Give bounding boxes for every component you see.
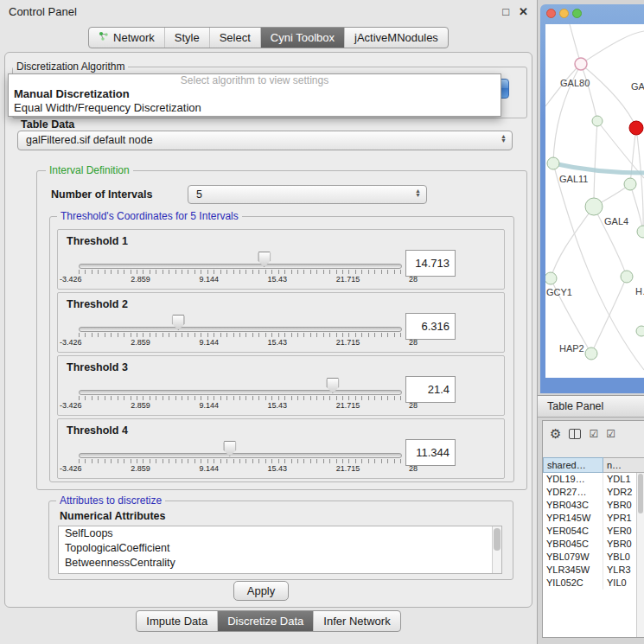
tab-label: jActiveMNodules bbox=[354, 31, 438, 44]
tab-cyni-toolbox[interactable]: Cyni Toolbox bbox=[260, 28, 344, 48]
number-of-intervals-label: Number of Intervals bbox=[51, 188, 152, 201]
slider-ticks bbox=[79, 459, 402, 463]
table-panel-titlebar: Table Panel bbox=[538, 395, 644, 418]
number-of-intervals-combobox[interactable]: 5 ▲▼ bbox=[188, 185, 427, 204]
tab-select[interactable]: Select bbox=[209, 28, 260, 48]
tab-label: Infer Network bbox=[323, 615, 390, 628]
network-node[interactable] bbox=[636, 326, 644, 336]
network-node[interactable] bbox=[585, 348, 597, 360]
tab-infer-network[interactable]: Infer Network bbox=[313, 611, 399, 631]
slider-thumb[interactable] bbox=[258, 252, 271, 267]
highlighted-edge[interactable] bbox=[553, 163, 644, 173]
network-node[interactable] bbox=[624, 178, 636, 190]
combo-spinner-icon: ▲▼ bbox=[415, 188, 421, 197]
network-canvas[interactable]: GAL80 GA… GAL11 GAL4 GCY1 H… HAP2 bbox=[545, 24, 644, 378]
tick-label: 9.144 bbox=[199, 275, 219, 284]
checkbox-icon[interactable]: ☑ bbox=[589, 428, 598, 440]
network-nodes[interactable] bbox=[545, 116, 644, 360]
mac-minimize-button[interactable] bbox=[559, 9, 569, 18]
network-node[interactable] bbox=[545, 272, 557, 284]
table-cell: YER054C bbox=[543, 525, 603, 538]
table-panel-window: ⚙ ☑ ☑ shared… n… YDL19…YDL1YDR27…YDR2YBR… bbox=[542, 420, 644, 638]
network-node[interactable] bbox=[592, 116, 603, 126]
tick-label: -3.426 bbox=[60, 338, 82, 347]
table-row[interactable]: YBR045CYBR0 bbox=[543, 538, 644, 551]
tick-label: 2.859 bbox=[131, 464, 150, 473]
scrollbar-thumb[interactable] bbox=[494, 528, 501, 551]
table-row[interactable]: YDR27…YDR2 bbox=[543, 486, 644, 499]
threshold-value-field[interactable]: 6.316 bbox=[405, 313, 456, 340]
tick-label: 21.715 bbox=[336, 464, 360, 473]
control-panel-window: Control Panel □ ✕ Network Style bbox=[0, 0, 538, 644]
mac-close-button[interactable] bbox=[546, 9, 556, 18]
algorithm-option-manual[interactable]: Manual Discretization bbox=[9, 87, 501, 101]
network-node[interactable] bbox=[547, 157, 559, 169]
table-row[interactable]: YPR145WYPR1 bbox=[543, 512, 644, 525]
slider-thumb[interactable] bbox=[223, 441, 236, 456]
tab-discretize-data[interactable]: Discretize Data bbox=[217, 611, 313, 631]
numerical-attributes-list[interactable]: SelfLoopsTopologicalCoefficientBetweenne… bbox=[58, 526, 502, 574]
attribute-item[interactable]: BetweennessCentrality bbox=[59, 556, 501, 571]
node-label: GA… bbox=[631, 81, 644, 92]
table-panel-title: Table Panel bbox=[547, 400, 603, 412]
table-row[interactable]: YBR043CYBR0 bbox=[543, 499, 644, 512]
attribute-item[interactable]: SelfLoops bbox=[59, 526, 501, 541]
tab-network[interactable]: Network bbox=[89, 28, 164, 48]
table-row[interactable]: YLR345WYLR3 bbox=[543, 564, 644, 577]
columns-icon[interactable] bbox=[569, 429, 581, 439]
table-cell: YDR27… bbox=[543, 486, 603, 499]
table-data-combobox[interactable]: galFiltered.sif default node ▲▼ bbox=[17, 131, 513, 150]
table-row[interactable]: YIL052CYIL0 bbox=[543, 577, 644, 590]
table-data-value: galFiltered.sif default node bbox=[18, 131, 512, 150]
list-scrollbar[interactable] bbox=[492, 526, 501, 573]
tab-jactivemnodules[interactable]: jActiveMNodules bbox=[344, 28, 448, 48]
threshold-panel: Threshold 4 -3.426 2.859 9.144 15.43 21.… bbox=[57, 418, 505, 479]
slider-thumb[interactable] bbox=[172, 315, 185, 330]
threshold-value-field[interactable]: 11.344 bbox=[405, 439, 456, 466]
tick-label: 9.144 bbox=[199, 338, 219, 347]
table-row[interactable]: YDL19…YDL1 bbox=[543, 473, 644, 486]
column-header-n[interactable]: n… bbox=[603, 457, 644, 473]
slider-scale: -3.426 2.859 9.144 15.43 21.715 28 bbox=[60, 275, 418, 284]
network-icon bbox=[99, 31, 109, 44]
float-window-icon[interactable]: □ bbox=[502, 5, 509, 18]
column-header-shared[interactable]: shared… bbox=[543, 457, 603, 473]
gear-icon[interactable]: ⚙ bbox=[550, 426, 561, 442]
attributes-to-discretize-group: Attributes to discretize Numerical Attri… bbox=[48, 501, 513, 580]
group-title: Discretization Algorithm bbox=[13, 61, 128, 73]
threshold-label: Threshold 1 bbox=[67, 235, 128, 247]
algorithm-option-equal-width[interactable]: Equal Width/Frequency Discretization bbox=[9, 101, 501, 115]
table-row[interactable]: YER054CYER0 bbox=[543, 525, 644, 538]
top-tabbar: Network Style Select Cyni Toolbox jActiv… bbox=[0, 27, 537, 48]
close-icon[interactable]: ✕ bbox=[519, 5, 528, 18]
tab-label: Discretize Data bbox=[227, 615, 303, 628]
slider-thumb[interactable] bbox=[326, 378, 339, 393]
tick-label: 15.43 bbox=[268, 401, 288, 410]
thresholds-group: Threshold's Coordinates for 5 Intervals … bbox=[49, 216, 514, 482]
network-node-highlighted[interactable] bbox=[575, 58, 587, 70]
mac-zoom-button[interactable] bbox=[572, 9, 582, 18]
checkbox-icon[interactable]: ☑ bbox=[606, 428, 615, 440]
tab-style[interactable]: Style bbox=[164, 28, 209, 48]
slider-scale: -3.426 2.859 9.144 15.43 21.715 28 bbox=[60, 338, 418, 347]
network-node-selected-red[interactable] bbox=[629, 121, 643, 135]
tab-label: Style bbox=[175, 31, 200, 44]
tab-impute-data[interactable]: Impute Data bbox=[137, 611, 217, 631]
threshold-value-field[interactable]: 14.713 bbox=[405, 250, 456, 277]
table-row[interactable]: YBL079WYBL0 bbox=[543, 551, 644, 564]
threshold-value-field[interactable]: 21.4 bbox=[405, 376, 456, 403]
apply-button[interactable]: Apply bbox=[233, 581, 289, 601]
slider-ticks bbox=[79, 396, 402, 400]
window-controls bbox=[546, 9, 582, 18]
network-node[interactable] bbox=[637, 226, 644, 238]
table-cell: YIL052C bbox=[543, 577, 603, 590]
table-cell: YBR043C bbox=[543, 499, 603, 512]
scrollbar-thumb[interactable] bbox=[638, 474, 643, 513]
table-scrollbar[interactable] bbox=[636, 473, 644, 637]
attribute-item[interactable]: TopologicalCoefficient bbox=[59, 541, 501, 556]
network-node[interactable] bbox=[585, 198, 603, 215]
tick-label: -3.426 bbox=[60, 401, 82, 410]
threshold-panel: Threshold 3 -3.426 2.859 9.144 15.43 21.… bbox=[57, 355, 505, 416]
interval-definition-group: Interval Definition Number of Intervals … bbox=[36, 170, 527, 490]
network-node[interactable] bbox=[621, 271, 633, 283]
